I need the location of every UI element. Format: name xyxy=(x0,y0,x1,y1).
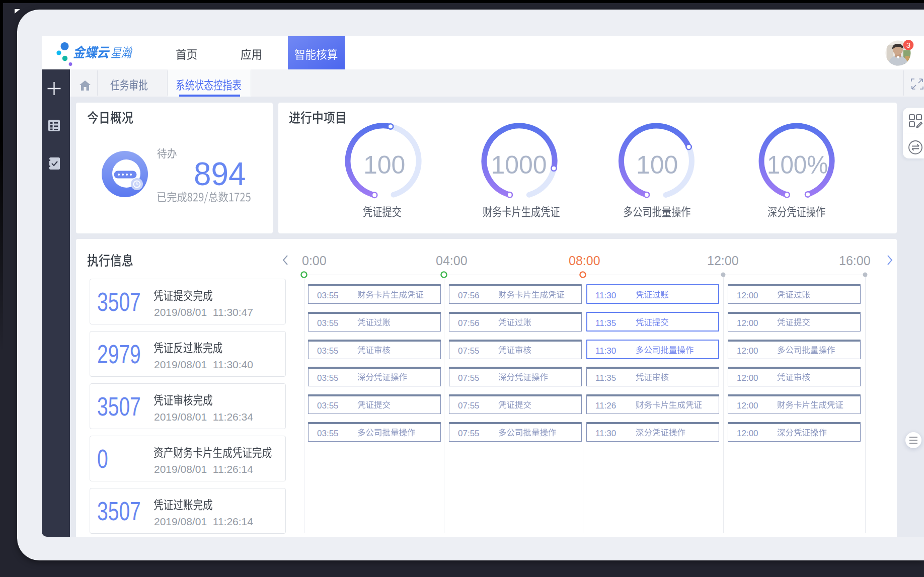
svg-text:3: 3 xyxy=(906,41,910,49)
